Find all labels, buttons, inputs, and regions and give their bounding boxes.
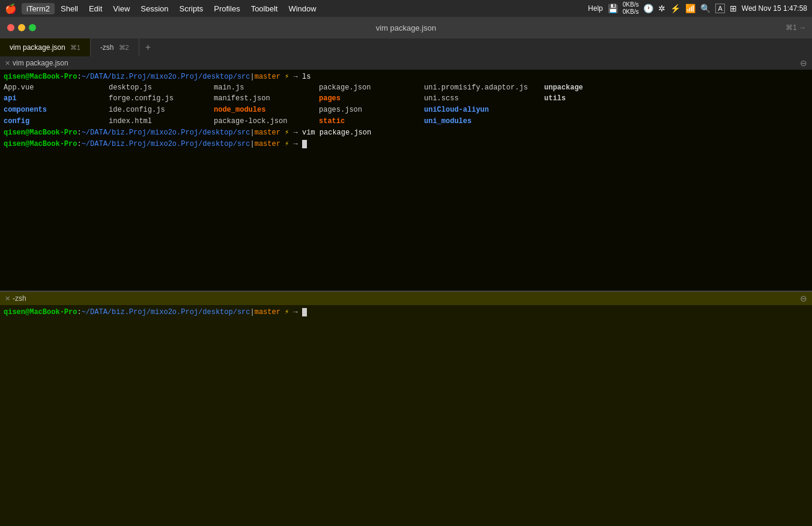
- tab-label: vim package.json: [10, 43, 65, 52]
- menubar-wifi-icon: 📶: [685, 4, 695, 13]
- ls-item: uni.promisify.adaptor.js: [424, 82, 544, 94]
- ls-item: uniCloud-aliyun: [424, 104, 544, 116]
- ls-item: App.vue: [4, 82, 109, 94]
- menubar-iterm2[interactable]: iTerm2: [22, 3, 55, 14]
- ls-item: config: [4, 116, 109, 127]
- terminal-line-vim-prompt: qisen@MacBook-Pro:~/DATA/biz.Proj/mixo2o…: [4, 128, 808, 138]
- ls-item: static: [319, 116, 424, 127]
- window-title: vim package.json: [376, 23, 436, 32]
- prompt-branch: master: [255, 140, 280, 148]
- terminal-line-cursor-prompt: qisen@MacBook-Pro:~/DATA/biz.Proj/mixo2o…: [4, 139, 808, 150]
- iterm-window: vim package.json ⌘1 → vim package.json ⌘…: [0, 17, 812, 526]
- prompt-user: qisen: [4, 73, 25, 81]
- menubar-keyboard-icon: A: [715, 4, 724, 13]
- prompt-host: MacBook-Pro: [29, 73, 77, 81]
- pane-close-icon[interactable]: ✕: [5, 295, 10, 303]
- prompt-branch: master: [255, 128, 280, 137]
- ls-item: pages.json: [319, 104, 424, 116]
- prompt-path: ~/DATA/biz.Proj/mixo2o.Proj/desktop/src: [82, 308, 250, 316]
- close-button[interactable]: [7, 24, 14, 31]
- ls-item: node_modules: [214, 104, 319, 116]
- pane-top-terminal[interactable]: qisen@MacBook-Pro:~/DATA/biz.Proj/mixo2o…: [0, 70, 812, 291]
- ls-item: package.json: [319, 82, 424, 94]
- minimize-button[interactable]: [18, 24, 25, 31]
- ls-item: components: [4, 104, 109, 116]
- menubar-hdd-icon: 💾: [608, 4, 618, 13]
- ls-item: ide.config.js: [109, 104, 214, 116]
- ls-item: uni_modules: [424, 116, 544, 127]
- terminal-line-bottom-prompt: qisen@MacBook-Pro:~/DATA/biz.Proj/mixo2o…: [4, 307, 808, 318]
- menubar-controlcenter-icon[interactable]: ⊞: [730, 4, 737, 13]
- add-tab-button[interactable]: +: [139, 38, 157, 56]
- pane-close-icon[interactable]: ✕: [5, 59, 10, 67]
- ls-item: unpackage: [544, 82, 604, 94]
- apple-menu[interactable]: 🍎: [5, 3, 17, 14]
- menubar-profiles[interactable]: Profiles: [209, 3, 244, 14]
- traffic-lights: [0, 24, 36, 31]
- pane-bottom-terminal[interactable]: qisen@MacBook-Pro:~/DATA/biz.Proj/mixo2o…: [0, 305, 812, 526]
- menubar-battery-icon: ⚡: [670, 4, 680, 13]
- ls-item: uni.scss: [424, 93, 544, 104]
- pane-collapse-icon[interactable]: ⊖: [800, 58, 807, 68]
- panes-container: ✕ vim package.json ⊖ qisen@MacBook-Pro:~…: [0, 56, 812, 526]
- ls-item: main.js: [214, 82, 319, 94]
- pane-bottom-header: ✕ -zsh ⊖: [0, 292, 812, 305]
- prompt-path: ~/DATA/biz.Proj/mixo2o.Proj/desktop/src: [82, 73, 250, 81]
- terminal-line-ls-prompt: qisen@MacBook-Pro:~/DATA/biz.Proj/mixo2o…: [4, 72, 808, 82]
- ls-output: App.vue api components config desktop.js…: [4, 82, 808, 127]
- ls-col-5: uni.promisify.adaptor.js uni.scss uniClo…: [424, 82, 544, 127]
- prompt-branch: master: [255, 73, 280, 81]
- menubar-edit[interactable]: Edit: [84, 3, 107, 14]
- prompt-path: ~/DATA/biz.Proj/mixo2o.Proj/desktop/src: [82, 140, 250, 148]
- tab-shortcut: ⌘1: [70, 44, 80, 52]
- menubar-view[interactable]: View: [108, 3, 135, 14]
- terminal-cursor: [302, 308, 307, 316]
- ls-item: index.html: [109, 116, 214, 127]
- title-bar: vim package.json ⌘1 →: [0, 17, 812, 38]
- menubar-network: 0KB/s 0KB/s: [623, 1, 639, 16]
- menubar-right-items: Help 💾 0KB/s 0KB/s 🕐 ✲ ⚡ 📶 🔍 A ⊞ Wed Nov…: [588, 1, 807, 16]
- menubar: 🍎 iTerm2 Shell Edit View Session Scripts…: [0, 0, 812, 17]
- pane-bottom-title: -zsh: [13, 294, 26, 303]
- menubar-bluetooth-icon: ✲: [658, 4, 665, 13]
- ls-item: api: [4, 93, 109, 104]
- menubar-session[interactable]: Session: [136, 3, 173, 14]
- menubar-search-icon[interactable]: 🔍: [700, 4, 710, 13]
- tab-vim-package[interactable]: vim package.json ⌘1: [0, 38, 91, 56]
- menubar-toolbelt[interactable]: Toolbelt: [246, 3, 283, 14]
- prompt-user: qisen: [4, 128, 25, 137]
- terminal-cursor: [302, 140, 307, 148]
- ls-item: desktop.js: [109, 82, 214, 94]
- menubar-datetime: Wed Nov 15 1:47:58: [742, 4, 807, 13]
- ls-item: manifest.json: [214, 93, 319, 104]
- ls-col-2: desktop.js forge.config.js ide.config.js…: [109, 82, 214, 127]
- ls-item: utils: [544, 93, 604, 104]
- pane-top-header: ✕ vim package.json ⊖: [0, 56, 812, 70]
- prompt-path: ~/DATA/biz.Proj/mixo2o.Proj/desktop/src: [82, 128, 250, 137]
- pane-top: ✕ vim package.json ⊖ qisen@MacBook-Pro:~…: [0, 56, 812, 292]
- ls-col-1: App.vue api components config: [4, 82, 109, 127]
- tab-bar: vim package.json ⌘1 -zsh ⌘2 +: [0, 38, 812, 56]
- pane-collapse-icon[interactable]: ⊖: [800, 294, 807, 303]
- ls-item: package-lock.json: [214, 116, 319, 127]
- prompt-host: MacBook-Pro: [29, 128, 77, 137]
- maximize-button[interactable]: [29, 24, 36, 31]
- tab-shortcut: ⌘2: [119, 44, 129, 52]
- ls-col-3: main.js manifest.json node_modules packa…: [214, 82, 319, 127]
- ls-col-6: unpackage utils: [544, 82, 604, 127]
- pane-top-title: vim package.json: [13, 59, 68, 67]
- menubar-scripts[interactable]: Scripts: [175, 3, 208, 14]
- tab-label: -zsh: [100, 43, 114, 52]
- ls-item: forge.config.js: [109, 93, 214, 104]
- tab-zsh[interactable]: -zsh ⌘2: [91, 38, 139, 56]
- pane-bottom: ✕ -zsh ⊖ qisen@MacBook-Pro:~/DATA/biz.Pr…: [0, 292, 812, 526]
- menubar-help[interactable]: Help: [588, 4, 603, 13]
- menubar-window[interactable]: Window: [283, 3, 321, 14]
- cmd-vim: vim package.json: [302, 128, 371, 137]
- menubar-timemachine-icon: 🕐: [643, 4, 653, 13]
- ls-col-4: package.json pages pages.json static: [319, 82, 424, 127]
- prompt-branch: master: [255, 308, 280, 316]
- prompt-host: MacBook-Pro: [29, 308, 77, 316]
- window-shortcut: ⌘1 →: [786, 23, 806, 32]
- menubar-shell[interactable]: Shell: [56, 3, 83, 14]
